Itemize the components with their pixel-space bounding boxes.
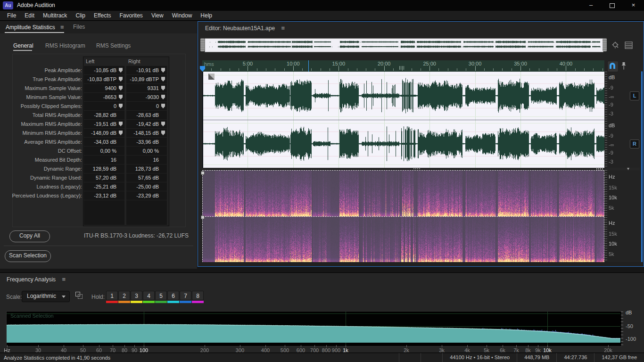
overview-waveform-canvas[interactable] [205,39,602,51]
menu-view[interactable]: View [147,11,168,20]
locate-pin-icon[interactable] [119,95,123,99]
hold-button-7[interactable]: 7 [180,291,191,300]
overview-navigator[interactable] [205,38,603,52]
tab-amplitude-statistics[interactable]: Amplitude Statistics ≡ [6,24,64,31]
stats-value-left[interactable]: -28,82 dB [84,111,124,120]
panel-menu-icon[interactable]: ≡ [60,24,64,31]
overview-left-handle[interactable] [200,38,205,51]
locate-pin-icon[interactable] [119,131,123,135]
hold-button-4[interactable]: 4 [143,291,155,300]
stats-value-left[interactable]: -10,83 dBTP [84,75,124,84]
stats-value-right[interactable]: 128,73 dB [126,165,167,173]
overview-right-handle[interactable] [603,38,607,51]
minimize-button[interactable]: – [580,0,602,11]
locate-pin-icon[interactable] [119,122,123,126]
hold-color-bar [143,301,155,303]
hold-button-8[interactable]: 8 [192,291,204,300]
stats-value-right[interactable]: 16 [126,156,167,165]
freq-scale-label: 10k [609,195,617,200]
stats-value-left[interactable]: -25,21 dB [84,182,124,191]
locate-pin-icon[interactable] [119,68,123,73]
stats-value-left[interactable]: 128,59 dB [84,165,124,173]
maximize-button[interactable] [602,0,623,11]
display-corner-widget[interactable] [208,74,215,80]
stats-value-right[interactable]: -25,00 dB [126,182,167,191]
stats-value-right[interactable]: -10,89 dBTP [126,75,167,84]
selection-handle-middle[interactable] [201,215,205,219]
stats-value-right[interactable]: 57,65 dB [126,173,167,182]
hold-button-3[interactable]: 3 [131,291,142,300]
snapping-toggle-button[interactable] [607,61,619,72]
stats-value-right[interactable]: 0 [126,102,167,111]
menu-effects[interactable]: Effects [90,11,115,20]
locate-pin-icon[interactable] [119,104,123,108]
stats-value-right[interactable]: -33,96 dB [126,138,167,147]
stats-value-left[interactable]: -23,12 dB [84,191,124,200]
frequency-plot[interactable] [7,312,620,345]
scale-dropdown[interactable]: Logarithmic [22,291,70,302]
timeline-ruler[interactable]: hms 5:0010:0015:0020:0025:0030:0035:0040… [202,60,604,72]
copy-graph-icon[interactable] [75,292,83,299]
stats-value-right[interactable]: -148,15 dB [126,129,167,138]
locate-pin-icon[interactable] [161,77,165,82]
subtab-rms-settings[interactable]: RMS Settings [96,42,131,49]
stats-value-right[interactable]: 9331 [126,84,167,93]
waveform-display[interactable] [202,72,604,168]
tab-files[interactable]: Files [73,24,85,30]
stats-value-right[interactable]: -23,29 dB [126,191,167,200]
selection-handle-top[interactable] [201,171,205,175]
zoom-navigate-icon[interactable] [611,41,620,49]
stats-value-left[interactable]: -8653 [84,93,124,102]
locate-pin-icon[interactable] [161,86,165,90]
hold-button-5[interactable]: 5 [155,291,167,300]
subtab-general[interactable]: General [13,42,33,49]
hold-button-2[interactable]: 2 [118,291,130,300]
list-view-icon[interactable] [625,41,633,49]
menu-window[interactable]: Window [168,11,197,20]
frequency-panel-menu-icon[interactable]: ≡ [62,276,66,283]
vertical-zoom-scrollbar[interactable] [641,71,643,263]
close-button[interactable]: × [623,0,644,11]
locate-pin-icon[interactable] [119,77,123,82]
hold-button-6[interactable]: 6 [167,291,179,300]
menu-clip[interactable]: Clip [71,11,90,20]
locate-pin-icon[interactable] [161,95,165,99]
stats-value-left[interactable]: -34,03 dB [84,138,124,147]
locate-pin-icon[interactable] [161,131,165,135]
stats-value-left[interactable]: -148,09 dB [84,129,124,138]
menu-favorites[interactable]: Favorites [116,11,147,20]
stats-value-left[interactable]: 9400 [84,84,124,93]
hold-button-1[interactable]: 1 [106,291,118,300]
locate-pin-icon[interactable] [161,122,165,126]
stats-value-left[interactable]: -10,85 dB [84,66,124,75]
stats-value-left[interactable]: 16 [84,156,124,165]
stats-value-right[interactable]: -28,63 dB [126,111,167,120]
menu-file[interactable]: File [3,11,20,20]
scale-collapse-caret-icon[interactable]: ▾ [627,166,629,171]
ruler-label: 25:00 [423,61,436,66]
editor-menu-icon[interactable]: ≡ [281,25,285,32]
spectral-display[interactable] [202,170,604,263]
subtab-rms-histogram[interactable]: RMS Histogram [45,42,85,49]
locate-pin-icon[interactable] [119,86,123,90]
hold-slot: 6 [167,291,179,303]
stats-value-right[interactable]: -19,42 dB [126,120,167,129]
menu-edit[interactable]: Edit [20,11,39,20]
stats-value-text: -33,96 dB [136,138,159,146]
stats-value-left[interactable]: 0,00 % [84,147,124,156]
stats-value-left[interactable]: 0 [84,102,124,111]
stats-value-right[interactable]: -10,91 dB [126,66,167,75]
channel-badge-left[interactable]: L [630,91,639,100]
locate-pin-icon[interactable] [161,104,165,108]
locate-pin-icon[interactable] [161,68,165,73]
pin-tool-icon[interactable] [621,62,627,70]
scan-selection-button[interactable]: Scan Selection [5,250,51,262]
channel-badge-right[interactable]: R [630,140,639,148]
copy-all-button[interactable]: Copy All [9,230,50,242]
menu-help[interactable]: Help [196,11,216,20]
stats-value-right[interactable]: 0,00 % [126,147,167,156]
stats-value-left[interactable]: -19,51 dB [84,120,124,129]
menu-multitrack[interactable]: Multitrack [39,11,71,20]
stats-value-right[interactable]: -9030 [126,93,167,102]
stats-value-left[interactable]: 57,20 dB [84,173,124,182]
